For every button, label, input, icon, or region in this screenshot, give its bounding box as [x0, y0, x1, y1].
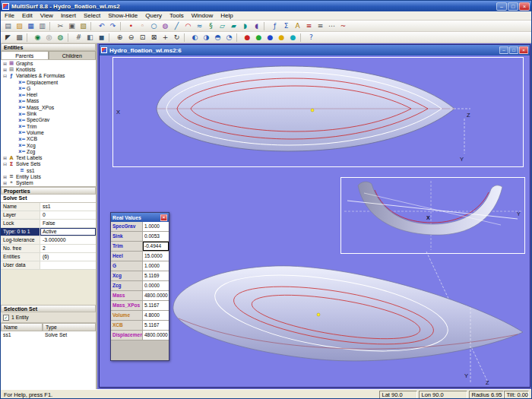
menu-item[interactable]: Select [80, 11, 104, 21]
tree-expander-icon[interactable]: ⊞ [2, 180, 8, 185]
tree-expander-icon[interactable]: ⊟ [2, 161, 8, 166]
snake-tool[interactable]: § [205, 21, 217, 31]
tree-item[interactable]: ⊟ ƒ Variables & Formulas [1, 73, 96, 79]
cut[interactable]: ✂ [55, 21, 66, 31]
plan-view-canvas[interactable]: X Z Y [113, 58, 523, 166]
maximize-button[interactable]: □ [508, 2, 518, 11]
tree-item[interactable]: ⊟ Σ Solve Sets [1, 161, 96, 167]
tree-item[interactable]: x= Mass [1, 98, 96, 104]
separator[interactable] [49, 22, 53, 30]
tab-children[interactable]: Children [49, 51, 97, 59]
text-label-tool[interactable]: A [292, 21, 303, 31]
arc-tool[interactable]: ◠ [182, 21, 194, 31]
revolution-surface-tool[interactable]: ◗ [239, 21, 251, 31]
real-value-cell[interactable]: -0.4944 [143, 242, 169, 251]
zoom-out[interactable]: ⊖ [125, 33, 137, 43]
property-value[interactable]: Active [40, 228, 96, 236]
new-file[interactable]: ▤ [2, 21, 14, 31]
front-view[interactable]: ◐ [189, 33, 201, 43]
perspective-view[interactable]: Y Z [160, 238, 528, 386]
entity-list-tool[interactable]: ≡ [315, 21, 326, 31]
undo[interactable]: ↶ [96, 21, 107, 31]
menu-item[interactable]: Show-Hide [104, 11, 141, 21]
real-value-cell[interactable]: 4800.0000 [143, 291, 169, 300]
zoom-window[interactable]: ⊡ [137, 33, 148, 43]
property-value[interactable]: (6) [40, 253, 96, 261]
selection-col-type[interactable]: Type [43, 323, 96, 331]
curves-visibility[interactable]: ● [253, 33, 264, 43]
point-tool[interactable]: • [125, 21, 137, 31]
pan-view[interactable]: + [160, 33, 171, 43]
model-client-area[interactable]: X Z Y [100, 55, 530, 387]
tab-parents[interactable]: Parents [1, 51, 49, 59]
tree-item[interactable]: x= XCB [1, 136, 96, 142]
menu-item[interactable]: Insert [57, 11, 80, 21]
tree-item[interactable]: ⊞ * System [1, 180, 96, 186]
plan-view-viewport[interactable]: X Z Y [112, 57, 524, 167]
tree-item[interactable]: ⊞ A Text Labels [1, 154, 96, 160]
real-value-cell[interactable]: 4.8000 [143, 311, 169, 320]
selection-row[interactable]: ss1 Solve Set [1, 331, 96, 340]
zoom-fit[interactable]: ⊠ [148, 33, 160, 43]
real-value-cell[interactable]: 15.0000 [143, 252, 169, 261]
minimize-button[interactable]: – [496, 2, 507, 11]
selection-col-name[interactable]: Name [1, 323, 43, 331]
tree-item[interactable]: x= Volume [1, 129, 96, 135]
tree-item[interactable]: x= Xcg [1, 142, 96, 148]
tree-expander-icon[interactable]: ⊞ [2, 174, 8, 179]
real-value-cell[interactable]: 5.1169 [143, 271, 169, 280]
open-file[interactable]: ▨ [14, 21, 25, 31]
tree-item[interactable]: x= Heel [1, 91, 96, 97]
tree-expander-icon[interactable]: ⊞ [2, 67, 8, 72]
rotate-view[interactable]: ↻ [171, 33, 182, 43]
hide-entity[interactable]: ◎ [43, 33, 55, 43]
property-value[interactable]: 0 [40, 211, 96, 219]
help[interactable]: ? [306, 33, 317, 43]
menu-item[interactable]: View [36, 11, 57, 21]
surfaces-visibility[interactable]: ● [264, 33, 276, 43]
top-view[interactable]: ◓ [212, 33, 223, 43]
separator[interactable] [300, 33, 304, 42]
real-values-close-button[interactable]: × [160, 214, 167, 221]
tree-item[interactable]: ⊞ ≡ Entity Lists [1, 173, 96, 179]
tree-item[interactable]: x= Trim [1, 123, 96, 129]
shaded-mode[interactable]: ◧ [84, 33, 96, 43]
real-value-cell[interactable]: 4800.0000 [143, 331, 169, 340]
tree-item[interactable]: x= SpecGrav [1, 117, 96, 123]
contours-visibility[interactable]: ● [287, 33, 299, 43]
print[interactable]: ▥ [36, 21, 48, 31]
real-value-cell[interactable]: 5.1167 [143, 321, 169, 330]
lofted-surface-tool[interactable]: ▰ [228, 21, 239, 31]
side-view[interactable]: ◑ [201, 33, 212, 43]
property-value[interactable] [40, 261, 96, 269]
ring-tool[interactable]: ○ [148, 21, 160, 31]
close-button[interactable]: × [519, 2, 530, 11]
solve-set-tool[interactable]: ≡ [303, 21, 315, 31]
tree-expander-icon[interactable]: ⊞ [2, 155, 8, 160]
tree-item[interactable]: x= Sink [1, 110, 96, 116]
menu-item[interactable]: Help [217, 11, 236, 21]
doc-maximize-button[interactable]: □ [509, 46, 518, 54]
tree-item[interactable]: ⊞ ▦ Graphs [1, 60, 96, 66]
separator[interactable] [236, 33, 240, 42]
separator[interactable] [90, 22, 94, 30]
graph-tool[interactable]: ~ [337, 21, 349, 31]
tree-expander-icon[interactable]: ⊟ [2, 73, 8, 78]
real-value-cell[interactable]: 5.1167 [143, 301, 169, 310]
property-value[interactable]: ss1 [40, 203, 96, 211]
separator[interactable] [120, 22, 124, 30]
show-all[interactable]: ◍ [55, 33, 66, 43]
doc-close-button[interactable]: × [519, 46, 528, 54]
property-value[interactable]: -3.000000 [40, 236, 96, 244]
tree-item[interactable]: x= Mass_XPos [1, 104, 96, 110]
tree-item[interactable]: x= Zcg [1, 148, 96, 154]
tree-item[interactable]: x= Displacement [1, 79, 96, 85]
save-file[interactable]: ▦ [25, 21, 36, 31]
real-value-cell[interactable]: 0.0053 [143, 232, 169, 241]
knotlist-tool[interactable]: ⋯ [326, 21, 337, 31]
perspective-view[interactable]: ◔ [223, 33, 235, 43]
selection-checkbox[interactable]: ✓ [3, 315, 9, 321]
separator[interactable] [184, 33, 188, 42]
swept-surface-tool[interactable]: ◖ [251, 21, 262, 31]
show-entity[interactable]: ◉ [32, 33, 43, 43]
